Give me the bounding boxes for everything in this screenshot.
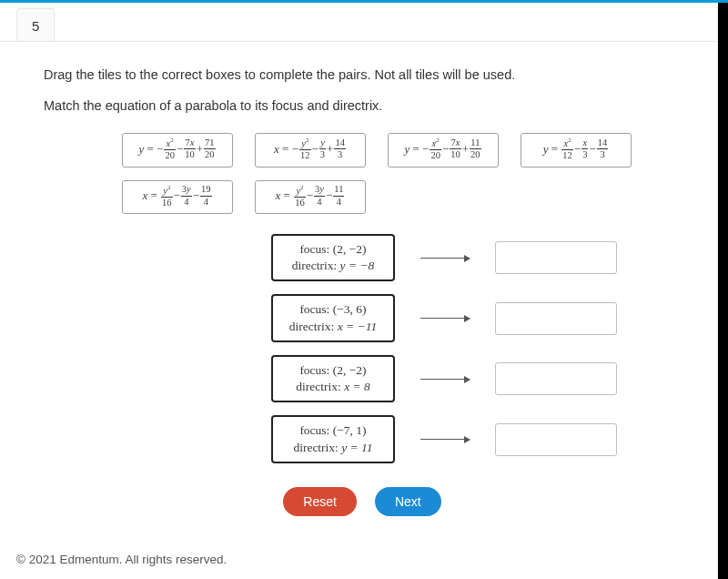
tile-x-neg-y2-12-y-3-14-3[interactable]: x = − y212 − y3 + 143 (255, 133, 366, 168)
pair-description: focus: (−7, 1) directrix: y = 11 (271, 415, 395, 462)
drop-target[interactable] (495, 302, 617, 335)
drop-target[interactable] (495, 241, 617, 274)
arrow-icon (420, 258, 470, 259)
question-panel: Drag the tiles to the correct boxes to c… (0, 41, 717, 535)
pair-description: focus: (2, −2) directrix: x = 8 (271, 355, 395, 402)
equation: x = − y212 − y3 + 143 (274, 137, 347, 161)
question-tab[interactable]: 5 (16, 8, 55, 45)
window-edge (718, 3, 728, 579)
tile-y-x2-12-x-3-14-3[interactable]: y = x212 − x3 − 143 (521, 133, 632, 168)
next-button[interactable]: Next (375, 487, 441, 516)
equation: x = y216 − 3y4 − 114 (276, 185, 346, 208)
equation: x = y216 − 3y4 − 194 (142, 185, 212, 208)
drop-target[interactable] (495, 423, 617, 456)
arrow-icon (420, 439, 470, 440)
equation: y = − x220 − 7x10 + 1120 (404, 137, 481, 161)
tile-x-y2-16-3y-4-19-4[interactable]: x = y216 − 3y4 − 194 (122, 180, 233, 215)
arrow-icon (420, 379, 470, 380)
subinstruction-text: Match the equation of a parabola to its … (44, 98, 681, 113)
reset-button[interactable]: Reset (283, 487, 357, 516)
instruction-text: Drag the tiles to the correct boxes to c… (44, 67, 681, 82)
arrow-icon (420, 318, 470, 319)
copyright-footer: © 2021 Edmentum. All rights reserved. (16, 553, 227, 566)
tile-y-neg-x2-20-7x-10-11-20[interactable]: y = − x220 − 7x10 + 1120 (388, 133, 499, 168)
pair-description: focus: (2, −2) directrix: y = −8 (271, 234, 395, 281)
equation: y = x212 − x3 − 143 (543, 137, 610, 161)
tile-y-neg-x2-20-7x-10-71-20[interactable]: y = − x220 − 7x10 + 7120 (122, 133, 233, 168)
equation: y = − x220 − 7x10 + 7120 (138, 137, 216, 161)
drop-target[interactable] (495, 362, 617, 395)
pair-description: focus: (−3, 6) directrix: x = −11 (271, 294, 395, 341)
tile-x-y2-16-3y-4-11-4[interactable]: x = y216 − 3y4 − 114 (255, 180, 366, 215)
